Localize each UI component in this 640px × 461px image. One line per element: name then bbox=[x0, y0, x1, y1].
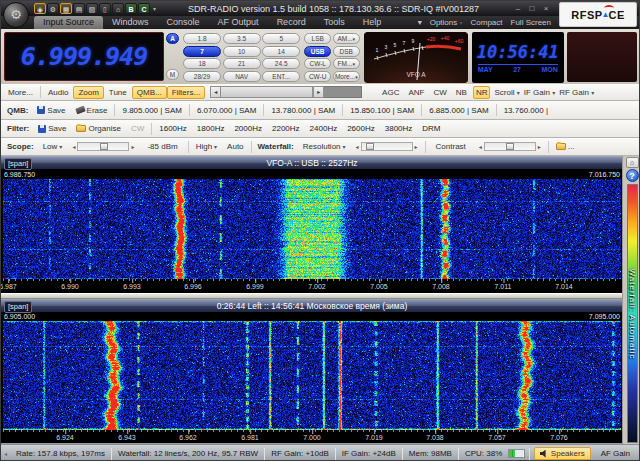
span-button[interactable]: [span] bbox=[4, 158, 32, 170]
scope-low-slider[interactable]: ◂ ▸ bbox=[70, 142, 136, 151]
slider-thumb[interactable] bbox=[366, 143, 374, 150]
filter-organise-button[interactable]: Organise bbox=[71, 122, 125, 135]
tab-input-source[interactable]: Input Source bbox=[34, 16, 103, 29]
band-nav-button[interactable]: NAV bbox=[223, 71, 261, 82]
qmb-erase-button[interactable]: Erase bbox=[71, 104, 113, 117]
band-10-button[interactable]: 10 bbox=[223, 46, 261, 57]
help-icon[interactable]: ? bbox=[626, 169, 639, 182]
mode-am-button[interactable]: AM...▾ bbox=[333, 33, 360, 44]
vfo-m-button[interactable]: M bbox=[166, 69, 179, 80]
waterfall-options-button[interactable]: ... bbox=[551, 140, 580, 153]
mode-dsb-button[interactable]: DSB bbox=[333, 46, 360, 57]
qmb-button[interactable]: QMB... bbox=[132, 86, 167, 99]
scroll-right-icon[interactable]: ► bbox=[313, 86, 324, 98]
nb-toggle[interactable]: NB bbox=[453, 86, 470, 99]
band-18-button[interactable]: 18 bbox=[183, 58, 221, 69]
band-28-29-button[interactable]: 28/29 bbox=[183, 71, 221, 82]
scroll-left-icon[interactable]: ◄ bbox=[210, 86, 221, 98]
ribbon-collapse-icon[interactable]: ▾ bbox=[414, 18, 426, 27]
speakers-button[interactable]: Speakers bbox=[534, 447, 591, 460]
band-14-button[interactable]: 14 bbox=[262, 46, 300, 57]
scroll-dropdown[interactable]: Scroll ▾ bbox=[494, 88, 519, 97]
maximize-button[interactable]: □ bbox=[525, 2, 539, 15]
scope-high-dropdown[interactable]: High▾ bbox=[191, 140, 222, 153]
frequency-digits[interactable]: 6.999.949 bbox=[21, 42, 147, 71]
scope-low-dropdown[interactable]: Low▾ bbox=[38, 140, 68, 153]
full-screen-button[interactable]: Full Screen bbox=[507, 18, 555, 27]
slider-right-icon[interactable]: ▸ bbox=[129, 143, 136, 150]
band-1-8-button[interactable]: 1.8 bbox=[183, 33, 221, 44]
band-24-5-button[interactable]: 24.5 bbox=[262, 58, 300, 69]
tab-record[interactable]: Record bbox=[268, 16, 315, 29]
zoom-scrollbar[interactable]: ◄ ► bbox=[210, 86, 362, 98]
close-button[interactable]: × bbox=[539, 2, 553, 15]
slider-thumb[interactable] bbox=[100, 143, 108, 150]
favourites-icon[interactable]: ▤ bbox=[73, 3, 85, 14]
waterfall-resolution-slider[interactable]: ◂ ▸ bbox=[354, 142, 420, 151]
waterfall-palette-bar[interactable]: Waterfall: Automatic bbox=[627, 184, 638, 443]
filter-preset-3800[interactable]: 3800Hz bbox=[380, 123, 418, 134]
rf-gain-dropdown[interactable]: RF Gain ▾ bbox=[559, 88, 594, 97]
more-button[interactable]: More... bbox=[3, 86, 38, 99]
band-ent-button[interactable]: ENT... bbox=[262, 71, 300, 82]
tab-help[interactable]: Help bbox=[354, 16, 391, 29]
mode-cwl-button[interactable]: CW-L bbox=[304, 58, 331, 69]
slider-right-icon[interactable]: ▸ bbox=[413, 143, 420, 150]
vfo-c-icon[interactable]: C bbox=[138, 3, 150, 14]
filters-button[interactable]: Filters... bbox=[167, 86, 205, 99]
tab-console[interactable]: Console bbox=[158, 16, 209, 29]
app-menu-button[interactable]: ⚙ bbox=[3, 2, 29, 28]
band-5-button[interactable]: 5 bbox=[262, 33, 300, 44]
slider-left-icon[interactable]: ◂ bbox=[354, 143, 361, 150]
span-button[interactable]: [span] bbox=[4, 301, 32, 313]
qmb-memory-6[interactable]: 13.760.000 | bbox=[499, 105, 553, 116]
vfo-a-button[interactable]: A bbox=[166, 33, 179, 44]
if-gain-dropdown[interactable]: IF Gain ▾ bbox=[524, 88, 555, 97]
agc-toggle[interactable]: AGC bbox=[379, 86, 402, 99]
qmb-memory-1[interactable]: 9.805.000 | SAM bbox=[117, 105, 186, 116]
slider-track[interactable] bbox=[484, 142, 536, 151]
filter-preset-drm[interactable]: DRM bbox=[417, 123, 445, 134]
minimize-button[interactable]: – bbox=[511, 2, 525, 15]
tab-tools[interactable]: Tools bbox=[315, 16, 354, 29]
qmb-save-button[interactable]: Save bbox=[32, 104, 70, 117]
anf-toggle[interactable]: ANF bbox=[405, 86, 427, 99]
scope-auto-button[interactable]: Auto bbox=[222, 140, 248, 153]
scrollbar-track[interactable] bbox=[324, 86, 362, 98]
qmb-memory-4[interactable]: 15.850.100 | SAM bbox=[345, 105, 419, 116]
frequency-display[interactable]: 6.999.949 bbox=[4, 32, 164, 81]
collapse-panel-icon[interactable]: ⌂ bbox=[626, 157, 639, 168]
band-3-5-button[interactable]: 3.5 bbox=[223, 33, 261, 44]
mode-more-button[interactable]: More...▾ bbox=[333, 71, 360, 82]
filter-save-button[interactable]: Save bbox=[33, 122, 71, 135]
options-button[interactable]: Options ▾ bbox=[426, 18, 467, 27]
waterfall-display-full-span[interactable] bbox=[3, 321, 621, 430]
tab-windows[interactable]: Windows bbox=[103, 16, 158, 29]
filter-preset-2400[interactable]: 2400Hz bbox=[305, 123, 343, 134]
slider-thumb[interactable] bbox=[506, 143, 514, 150]
mode-fm-button[interactable]: FM...▾ bbox=[333, 58, 360, 69]
slider-track[interactable] bbox=[77, 142, 129, 151]
vfo-b-icon[interactable]: B bbox=[125, 3, 137, 14]
slider-track[interactable] bbox=[361, 142, 413, 151]
scrollbar-thumb[interactable] bbox=[221, 86, 313, 98]
filter-preset-1600[interactable]: 1600Hz bbox=[154, 123, 192, 134]
slider-right-icon[interactable]: ▸ bbox=[536, 143, 543, 150]
tab-af-output[interactable]: AF Output bbox=[209, 16, 268, 29]
waterfall-contrast-slider[interactable]: ◂ ▸ bbox=[477, 142, 543, 151]
mode-lsb-button[interactable]: LSB bbox=[304, 33, 331, 44]
waterfall-resolution-dropdown[interactable]: Resolution▾ bbox=[298, 140, 351, 153]
waterfall-display-vfo-a[interactable] bbox=[3, 179, 621, 279]
band-7-button[interactable]: 7 bbox=[183, 46, 221, 57]
filter-preset-2200[interactable]: 2200Hz bbox=[267, 123, 305, 134]
filter-preset-2600[interactable]: 2600Hz bbox=[342, 123, 380, 134]
tools-icon[interactable]: ⚙ bbox=[47, 3, 59, 14]
mode-cwu-button[interactable]: CW-U bbox=[304, 71, 331, 82]
memories-icon[interactable]: ▧ bbox=[86, 3, 98, 14]
zoom-button[interactable]: Zoom bbox=[73, 86, 103, 99]
cw-toggle[interactable]: CW bbox=[430, 86, 449, 99]
home-icon[interactable]: ⌂ bbox=[112, 3, 124, 14]
qmb-memory-2[interactable]: 6.070.000 | SAM bbox=[192, 105, 261, 116]
qmb-memory-3[interactable]: 13.780.000 | SAM bbox=[266, 105, 340, 116]
slider-left-icon[interactable]: ◂ bbox=[477, 143, 484, 150]
